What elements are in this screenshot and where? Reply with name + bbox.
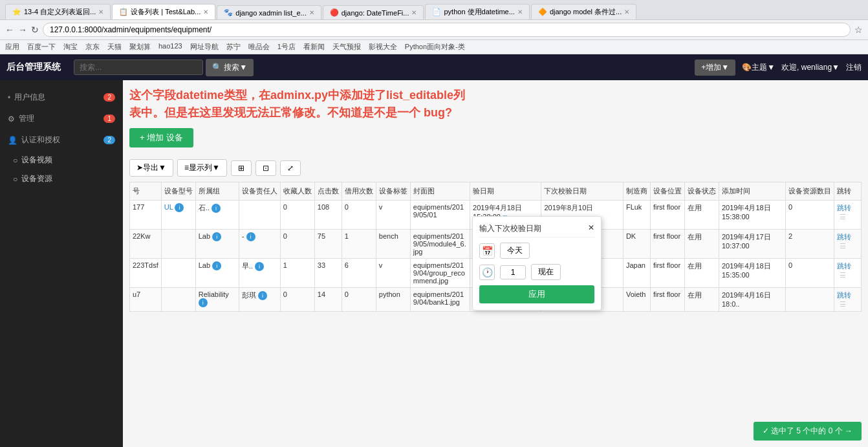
user-menu[interactable]: 欢迎, wenliang▼ (781, 62, 840, 73)
logout-link[interactable]: 注销 (846, 62, 862, 73)
sidebar-section-userinfo[interactable]: • 用户信息 2 (0, 87, 123, 108)
jump-link[interactable]: 跳转 (837, 291, 851, 299)
col-manufacturer: 制造商 (623, 182, 650, 201)
bookmark-item[interactable]: 看新闻 (303, 42, 325, 52)
bookmark-item[interactable]: hao123 (158, 42, 182, 52)
cell-status: 在用 (684, 259, 719, 288)
col-manager: 设备责任人 (239, 182, 280, 201)
back-button[interactable]: ← (5, 25, 14, 35)
bookmark-item[interactable]: 1号店 (277, 42, 296, 52)
cell-manufacturer: DK (623, 230, 650, 259)
forward-button[interactable]: → (18, 25, 27, 35)
jump-link[interactable]: 跳转 (837, 204, 851, 212)
cell-add-time: 2019年4月18日 15:35:00 (719, 259, 785, 288)
bookmark-item[interactable]: 影视大全 (369, 42, 397, 52)
manager-info-icon[interactable]: i (246, 232, 255, 241)
bookmark-item[interactable]: 淘宝 (63, 42, 78, 52)
refresh-button[interactable]: ↻ (31, 25, 39, 35)
gear-icon: ⚙ (8, 114, 15, 124)
browser-tab[interactable]: 📄python 使用datetime...✕ (425, 4, 529, 19)
group-info-icon[interactable]: i (199, 298, 208, 307)
equip-video-label: 设备资源 (21, 173, 52, 184)
model-link[interactable]: UL (164, 203, 173, 211)
browser-tab[interactable]: 🔴django: DateTimeFi...✕ (323, 5, 424, 19)
calendar-icon[interactable]: 📅 (479, 243, 495, 259)
circle-icon: ○ (13, 156, 17, 165)
bookmark-item[interactable]: 天猫 (107, 42, 122, 52)
jump-link[interactable]: 跳转 (837, 233, 851, 241)
cell-model: UL i (161, 201, 195, 230)
date-row-time: 🕐 现在 (479, 264, 594, 280)
bookmark-item[interactable]: 苏宁 (226, 42, 241, 52)
cell-status: 在用 (684, 201, 719, 230)
annotation-line2: 表中。但是在这里发现无法正常修改。不知道是不是一个 bug? (129, 106, 452, 119)
sidebar-item-equipment-group[interactable]: ○ 设备视频 (0, 151, 123, 169)
export-button[interactable]: ➤导出▼ (129, 159, 173, 177)
col-verify: 验日期 (470, 182, 541, 201)
bookmark-item[interactable]: Python面向对象-类 (405, 42, 465, 52)
site-logo: 后台管理系统 (6, 61, 61, 73)
cell-resources: 0 (785, 259, 834, 288)
cell-id: 177 (130, 201, 162, 230)
clock-icon[interactable]: 🕐 (479, 265, 495, 280)
manager-info-icon[interactable]: i (258, 291, 267, 300)
search-button[interactable]: 🔍 搜索▼ (206, 59, 254, 76)
bookmark-item[interactable]: 唯品会 (248, 42, 270, 52)
menu-icon[interactable]: ☰ (840, 300, 846, 308)
search-input[interactable] (74, 60, 203, 75)
sidebar-section-label: 用户信息 (14, 92, 45, 103)
group-info-icon[interactable]: i (212, 204, 221, 213)
grid-view-button1[interactable]: ⊞ (231, 160, 252, 176)
cell-add-time: 2019年4月17日 10:37:00 (719, 230, 785, 259)
cell-borrows: 0 (342, 201, 376, 230)
menu-icon[interactable]: ☰ (840, 271, 846, 279)
today-button[interactable]: 今天 (500, 243, 530, 259)
cell-clicks: 108 (314, 201, 342, 230)
browser-tab[interactable]: ⭐13-4 自定义列表返回...✕ (5, 4, 111, 19)
browser-tab[interactable]: 📋设备列表 | Test&Lab...✕ (112, 4, 215, 19)
columns-button[interactable]: ≡显示列▼ (177, 159, 227, 177)
browser-tab[interactable]: 🐾django xadmin list_e...✕ (217, 5, 321, 19)
menu-icon[interactable]: ☰ (840, 213, 846, 221)
manager-info-icon[interactable]: i (255, 262, 264, 271)
auth-label: 认证和授权 (21, 135, 60, 146)
now-button[interactable]: 现在 (531, 264, 561, 280)
bookmark-star[interactable]: ☆ (854, 25, 863, 35)
add-equipment-button[interactable]: + 增加 设备 (129, 128, 193, 147)
cell-tag: bench (376, 230, 410, 259)
info-icon[interactable]: i (175, 203, 184, 212)
circle-icon2: ○ (13, 175, 17, 184)
cell-group: Reliability i (195, 288, 239, 312)
cell-model (161, 230, 195, 259)
address-bar[interactable] (43, 23, 851, 37)
cell-status: 在用 (684, 288, 719, 312)
close-popup-button[interactable]: ✕ (588, 223, 594, 232)
theme-menu[interactable]: 🎨主题▼ (742, 62, 775, 73)
sidebar-section-auth[interactable]: 👤 认证和授权 2 (0, 129, 123, 151)
expand-button[interactable]: ⤢ (280, 160, 301, 176)
time-number-input[interactable] (500, 265, 526, 279)
annotation-text: 这个字段datetime类型，在adminx.py中添加进了list_edita… (129, 87, 862, 122)
cell-manager: - i (239, 230, 280, 259)
bookmark-item[interactable]: 京东 (85, 42, 100, 52)
apply-date-button[interactable]: 应用 (479, 285, 594, 303)
group-info-icon[interactable]: i (212, 232, 221, 241)
bookmark-item[interactable]: 应用 (5, 42, 19, 52)
sidebar: • 用户信息 2 ⚙ 管理 1 👤 认证和授权 2 ○ 设备视频 ○ 设备资源 (0, 80, 123, 447)
browser-tab[interactable]: 🔶django model 条件过...✕ (531, 4, 636, 19)
menu-icon[interactable]: ☰ (840, 242, 846, 250)
bookmark-item[interactable]: 聚划算 (129, 42, 151, 52)
cell-location: first floor (650, 288, 684, 312)
add-menu[interactable]: +增加▼ (695, 60, 735, 76)
cell-borrows: 1 (342, 230, 376, 259)
grid-view-button2[interactable]: ⊡ (255, 160, 276, 176)
sidebar-item-equipment-video[interactable]: ○ 设备资源 (0, 169, 123, 188)
sidebar-section-manage[interactable]: ⚙ 管理 1 (0, 108, 123, 129)
jump-link[interactable]: 跳转 (837, 262, 851, 270)
group-info-icon[interactable]: i (212, 261, 221, 270)
bookmark-item[interactable]: 天气预报 (332, 42, 361, 52)
selection-status-bar[interactable]: ✓ 选中了 5 个中的 0 个 → (754, 422, 862, 441)
bookmark-item[interactable]: 百度一下 (27, 42, 56, 52)
top-navigation: 后台管理系统 🔍 搜索▼ +增加▼ 🎨主题▼ 欢迎, wenliang▼ 注销 (0, 54, 868, 80)
bookmark-item[interactable]: 网址导航 (190, 42, 219, 52)
